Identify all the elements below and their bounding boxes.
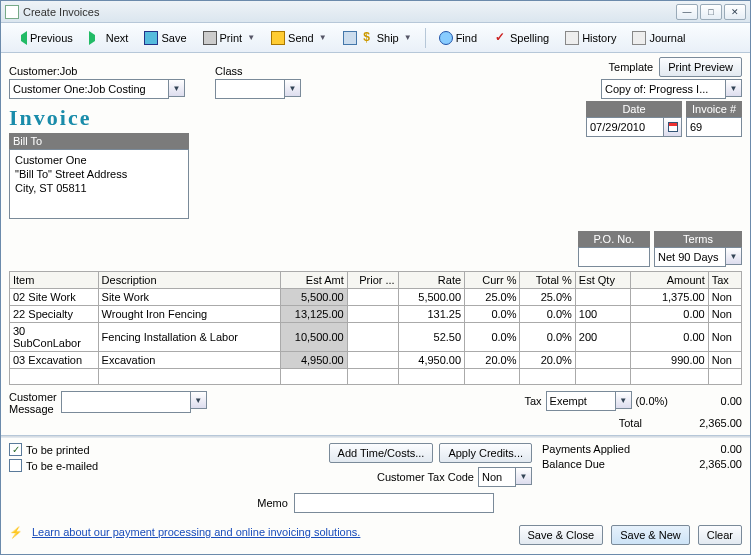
chevron-down-icon[interactable]: ▼ xyxy=(191,391,207,409)
toolbar: Previous Next Save Print ▼ Send ▼ $ Ship… xyxy=(1,23,750,53)
minimize-button[interactable]: — xyxy=(676,4,698,20)
tax-pct: (0.0%) xyxy=(636,395,668,407)
checkmark-icon: ✓ xyxy=(493,31,507,45)
print-button[interactable]: Print ▼ xyxy=(197,28,262,48)
bill-to-body[interactable]: Customer One "Bill To" Street Address Ci… xyxy=(9,149,189,219)
chevron-down-icon[interactable]: ▼ xyxy=(285,79,301,97)
customer-tax-code-label: Customer Tax Code xyxy=(377,471,474,483)
to-be-emailed-label: To be e-mailed xyxy=(26,460,98,472)
invoice-number-header: Invoice # xyxy=(686,101,742,117)
class-label: Class xyxy=(215,65,301,77)
table-row[interactable]: 22 SpecialtyWrought Iron Fencing13,125.0… xyxy=(10,306,742,323)
customer-message-combo[interactable]: ▼ xyxy=(61,391,207,429)
table-row[interactable]: 30 SubConLaborFencing Installation & Lab… xyxy=(10,323,742,352)
to-be-printed-checkbox[interactable]: ✓ To be printed xyxy=(9,443,98,456)
po-no-header: P.O. No. xyxy=(578,231,650,247)
save-close-button[interactable]: Save & Close xyxy=(519,525,604,545)
history-icon xyxy=(565,31,579,45)
customer-job-combo[interactable]: ▼ xyxy=(9,79,185,99)
history-label: History xyxy=(582,32,616,44)
ship-icon xyxy=(343,31,357,45)
arrow-right-icon xyxy=(89,31,103,45)
disk-icon xyxy=(144,31,158,45)
payments-applied-value: 0.00 xyxy=(721,443,742,455)
bill-to-line3: City, ST 05811 xyxy=(15,181,183,195)
spelling-label: Spelling xyxy=(510,32,549,44)
class-input[interactable] xyxy=(215,79,285,99)
chevron-down-icon[interactable]: ▼ xyxy=(726,79,742,97)
col-est-qty[interactable]: Est Qty xyxy=(575,272,630,289)
apply-credits-button[interactable]: Apply Credits... xyxy=(439,443,532,463)
history-button[interactable]: History xyxy=(559,28,622,48)
po-no-input[interactable] xyxy=(578,247,650,267)
find-button[interactable]: Find xyxy=(433,28,483,48)
tax-amount: 0.00 xyxy=(672,395,742,407)
table-row-blank[interactable] xyxy=(10,369,742,385)
tax-combo[interactable]: ▼ xyxy=(546,391,632,411)
chevron-down-icon: ▼ xyxy=(404,33,412,42)
col-description[interactable]: Description xyxy=(98,272,281,289)
envelope-icon xyxy=(271,31,285,45)
customer-message-label: Customer Message xyxy=(9,391,57,429)
customer-message-input[interactable] xyxy=(61,391,191,413)
col-amount[interactable]: Amount xyxy=(631,272,709,289)
save-label: Save xyxy=(161,32,186,44)
arrow-left-icon xyxy=(13,31,27,45)
checkbox-unchecked-icon xyxy=(9,459,22,472)
close-window-button[interactable]: ✕ xyxy=(724,4,746,20)
col-total-pct[interactable]: Total % xyxy=(520,272,575,289)
invoice-number-input[interactable] xyxy=(686,117,742,137)
next-button[interactable]: Next xyxy=(83,28,135,48)
send-button[interactable]: Send ▼ xyxy=(265,28,333,48)
spelling-button[interactable]: ✓ Spelling xyxy=(487,28,555,48)
col-tax[interactable]: Tax xyxy=(708,272,741,289)
chevron-down-icon[interactable]: ▼ xyxy=(169,79,185,97)
journal-icon xyxy=(632,31,646,45)
template-combo[interactable]: ▼ xyxy=(601,79,742,99)
col-prior[interactable]: Prior ... xyxy=(347,272,398,289)
printer-icon xyxy=(203,31,217,45)
calendar-icon xyxy=(668,122,678,132)
previous-button[interactable]: Previous xyxy=(7,28,79,48)
customer-tax-code-input[interactable] xyxy=(478,467,516,487)
table-row[interactable]: 03 ExcavationExcavation4,950.004,950.002… xyxy=(10,352,742,369)
bill-to-header: Bill To xyxy=(9,133,189,149)
customer-tax-code-combo[interactable]: ▼ xyxy=(478,467,532,487)
template-label: Template xyxy=(609,61,654,73)
col-item[interactable]: Item xyxy=(10,272,99,289)
tax-input[interactable] xyxy=(546,391,616,411)
dollar-icon: $ xyxy=(360,31,374,45)
line-items-table[interactable]: Item Description Est Amt Prior ... Rate … xyxy=(9,271,742,385)
chevron-down-icon[interactable]: ▼ xyxy=(516,467,532,485)
template-input[interactable] xyxy=(601,79,726,99)
print-preview-button[interactable]: Print Preview xyxy=(659,57,742,77)
memo-input[interactable] xyxy=(294,493,494,513)
window-title: Create Invoices xyxy=(23,6,99,18)
terms-input[interactable] xyxy=(654,247,726,267)
customer-job-input[interactable] xyxy=(9,79,169,99)
tax-label: Tax xyxy=(524,395,541,407)
col-est-amt[interactable]: Est Amt xyxy=(281,272,347,289)
payment-processing-link[interactable]: Learn about our payment processing and o… xyxy=(32,526,360,538)
maximize-button[interactable]: □ xyxy=(700,4,722,20)
add-time-costs-button[interactable]: Add Time/Costs... xyxy=(329,443,434,463)
clear-button[interactable]: Clear xyxy=(698,525,742,545)
journal-button[interactable]: Journal xyxy=(626,28,691,48)
table-row[interactable]: 02 Site WorkSite Work5,500.005,500.0025.… xyxy=(10,289,742,306)
save-new-button[interactable]: Save & New xyxy=(611,525,690,545)
col-rate[interactable]: Rate xyxy=(398,272,464,289)
calendar-button[interactable] xyxy=(664,117,682,137)
magnifier-icon xyxy=(439,31,453,45)
ship-button[interactable]: $ Ship ▼ xyxy=(337,28,418,48)
class-combo[interactable]: ▼ xyxy=(215,79,301,99)
table-header-row: Item Description Est Amt Prior ... Rate … xyxy=(10,272,742,289)
chevron-down-icon[interactable]: ▼ xyxy=(616,391,632,409)
col-curr-pct[interactable]: Curr % xyxy=(465,272,520,289)
checkbox-checked-icon: ✓ xyxy=(9,443,22,456)
to-be-printed-label: To be printed xyxy=(26,444,90,456)
chevron-down-icon[interactable]: ▼ xyxy=(726,247,742,265)
to-be-emailed-checkbox[interactable]: To be e-mailed xyxy=(9,459,98,472)
date-input[interactable] xyxy=(586,117,664,137)
save-button[interactable]: Save xyxy=(138,28,192,48)
date-header: Date xyxy=(586,101,682,117)
